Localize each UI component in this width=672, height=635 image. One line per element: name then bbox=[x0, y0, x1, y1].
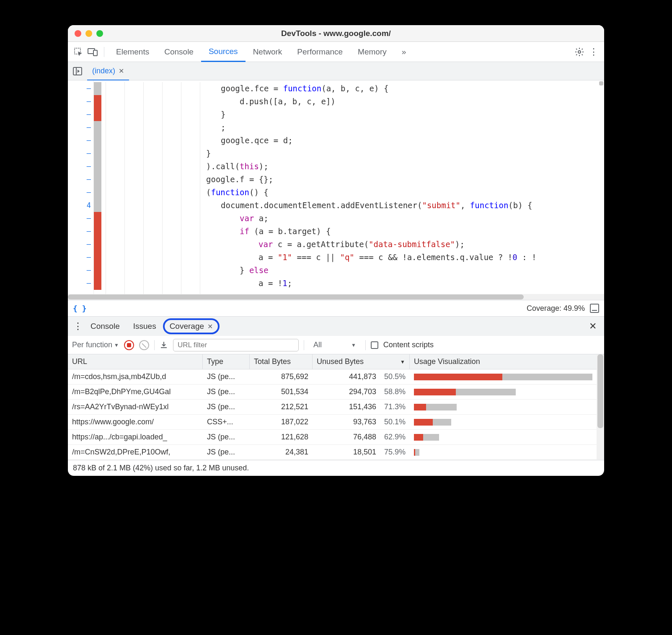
table-row[interactable]: /m=B2qlPe,DhPYme,GU4GalJS (pe...501,5342… bbox=[68, 385, 597, 400]
coverage-percentage-label: Coverage: 49.9% bbox=[527, 304, 585, 313]
stop-recording-button[interactable] bbox=[124, 340, 134, 350]
dropdown-triangle-icon: ▼ bbox=[351, 342, 356, 348]
file-tab-label: (index) bbox=[92, 67, 115, 75]
cell-unused: 93,76350.1% bbox=[313, 418, 410, 426]
cell-usage-viz bbox=[410, 434, 597, 441]
scroll-position-indicator bbox=[599, 81, 603, 85]
line-number-gutter: –––––––––4–––––– bbox=[68, 80, 94, 294]
cell-total: 187,022 bbox=[250, 418, 313, 426]
cell-url: /rs=AA2YrTvBynad-nWEy1xl bbox=[68, 403, 203, 411]
cell-total: 24,381 bbox=[250, 448, 313, 457]
cell-type: CSS+... bbox=[203, 418, 250, 426]
tab-elements[interactable]: Elements bbox=[109, 42, 157, 62]
cell-unused: 151,43671.3% bbox=[313, 403, 410, 411]
header-usage-visualization[interactable]: Usage Visualization bbox=[410, 354, 597, 369]
cell-total: 121,628 bbox=[250, 433, 313, 441]
cell-url: https://www.google.com/ bbox=[68, 418, 203, 426]
cell-total: 875,692 bbox=[250, 372, 313, 381]
cell-usage-viz bbox=[410, 389, 597, 395]
devtools-window: DevTools - www.google.com/ ElementsConso… bbox=[68, 25, 604, 476]
show-navigator-icon[interactable] bbox=[71, 65, 84, 77]
cell-type: JS (pe... bbox=[203, 433, 250, 441]
cell-total: 212,521 bbox=[250, 403, 313, 411]
header-url[interactable]: URL bbox=[68, 354, 203, 369]
table-row[interactable]: /rs=AA2YrTvBynad-nWEy1xlJS (pe...212,521… bbox=[68, 400, 597, 415]
source-code-pane[interactable]: –––––––––4–––––– google.fce = function(a… bbox=[68, 80, 604, 294]
tab-console[interactable]: Console bbox=[157, 42, 201, 62]
url-filter-input[interactable] bbox=[173, 339, 299, 351]
file-tab-bar: (index) ✕ bbox=[68, 62, 604, 80]
cell-type: JS (pe... bbox=[203, 448, 250, 457]
window-title: DevTools - www.google.com/ bbox=[68, 29, 604, 38]
svg-rect-2 bbox=[93, 50, 97, 56]
cell-url: /m=CnSW2d,DPreE,P10Owf, bbox=[68, 448, 203, 457]
tab-performance[interactable]: Performance bbox=[289, 42, 350, 62]
cell-unused: 294,70358.8% bbox=[313, 387, 410, 396]
tab-memory[interactable]: Memory bbox=[350, 42, 394, 62]
inspect-element-icon[interactable] bbox=[71, 45, 85, 59]
content-scripts-label: Content scripts bbox=[383, 341, 434, 349]
coverage-gutter bbox=[94, 80, 101, 294]
cell-type: JS (pe... bbox=[203, 372, 250, 381]
table-header-row: URL Type Total Bytes Unused Bytes ▼ Usag… bbox=[68, 354, 597, 369]
pretty-print-icon[interactable]: { } bbox=[73, 304, 87, 313]
table-row[interactable]: https://www.google.com/CSS+...187,02293,… bbox=[68, 415, 597, 430]
horizontal-scrollbar[interactable] bbox=[68, 294, 604, 300]
cell-usage-viz bbox=[410, 404, 597, 410]
cell-url: /m=B2qlPe,DhPYme,GU4Gal bbox=[68, 387, 203, 396]
settings-gear-icon[interactable] bbox=[572, 45, 587, 59]
status-text: 878 kB of 2.1 MB (42%) used so far, 1.2 … bbox=[73, 464, 249, 472]
header-type[interactable]: Type bbox=[203, 354, 250, 369]
cell-usage-viz bbox=[410, 419, 597, 426]
tab-network[interactable]: Network bbox=[246, 42, 290, 62]
source-footer: { } Coverage: 49.9% bbox=[68, 300, 604, 317]
table-row[interactable]: https://ap.../cb=gapi.loaded_JS (pe...12… bbox=[68, 430, 597, 445]
cell-usage-viz bbox=[410, 449, 597, 456]
drawer-tab-coverage[interactable]: Coverage✕ bbox=[163, 318, 220, 334]
close-drawer-tab-icon[interactable]: ✕ bbox=[207, 323, 213, 330]
drawer-tab-issues[interactable]: Issues bbox=[127, 317, 163, 336]
type-filter-select[interactable]: All ▼ bbox=[309, 341, 360, 349]
svg-point-3 bbox=[578, 51, 581, 53]
coverage-toolbar: Per function ▼ All ▼ Content scripts bbox=[68, 336, 604, 354]
tabs-overflow-button[interactable]: » bbox=[394, 42, 414, 62]
header-unused-bytes[interactable]: Unused Bytes ▼ bbox=[313, 354, 410, 369]
clear-coverage-icon[interactable] bbox=[139, 340, 149, 350]
close-file-tab-icon[interactable]: ✕ bbox=[119, 67, 124, 75]
header-total-bytes[interactable]: Total Bytes bbox=[250, 354, 313, 369]
cell-unused: 76,48862.9% bbox=[313, 433, 410, 441]
table-vertical-scrollbar[interactable] bbox=[597, 354, 604, 460]
export-coverage-icon[interactable] bbox=[160, 341, 168, 349]
more-menu-icon[interactable]: ⋮ bbox=[587, 45, 601, 59]
drawer-tab-bar: ⋮ ConsoleIssuesCoverage✕ ✕ bbox=[68, 317, 604, 336]
cell-usage-viz bbox=[410, 374, 597, 380]
indent-guides bbox=[101, 80, 202, 294]
cell-url: https://ap.../cb=gapi.loaded_ bbox=[68, 433, 203, 441]
device-toggle-icon[interactable] bbox=[85, 45, 100, 59]
coverage-status-bar: 878 kB of 2.1 MB (42%) used so far, 1.2 … bbox=[68, 460, 604, 476]
dropdown-triangle-icon: ▼ bbox=[114, 342, 119, 348]
granularity-select[interactable]: Per function ▼ bbox=[72, 341, 119, 349]
sort-indicator-icon: ▼ bbox=[400, 359, 405, 365]
cell-type: JS (pe... bbox=[203, 387, 250, 396]
titlebar: DevTools - www.google.com/ bbox=[68, 25, 604, 42]
toggle-sidebar-icon[interactable] bbox=[590, 304, 599, 313]
tab-sources[interactable]: Sources bbox=[201, 42, 246, 62]
table-row[interactable]: /m=CnSW2d,DPreE,P10Owf,JS (pe...24,38118… bbox=[68, 445, 597, 460]
cell-unused: 18,50175.9% bbox=[313, 448, 410, 457]
close-drawer-icon[interactable]: ✕ bbox=[586, 321, 600, 332]
cell-unused: 441,87350.5% bbox=[313, 372, 410, 381]
coverage-table: URL Type Total Bytes Unused Bytes ▼ Usag… bbox=[68, 354, 597, 460]
cell-type: JS (pe... bbox=[203, 403, 250, 411]
cell-total: 501,534 bbox=[250, 387, 313, 396]
table-row[interactable]: /m=cdos,hsm,jsa,mb4ZUb,dJS (pe...875,692… bbox=[68, 369, 597, 385]
cell-url: /m=cdos,hsm,jsa,mb4ZUb,d bbox=[68, 372, 203, 381]
drawer-tab-console[interactable]: Console bbox=[84, 317, 127, 336]
drawer-more-icon[interactable]: ⋮ bbox=[72, 321, 84, 332]
main-toolbar: ElementsConsoleSourcesNetworkPerformance… bbox=[68, 42, 604, 62]
content-scripts-checkbox[interactable] bbox=[371, 341, 378, 349]
file-tab-index[interactable]: (index) ✕ bbox=[87, 62, 129, 80]
